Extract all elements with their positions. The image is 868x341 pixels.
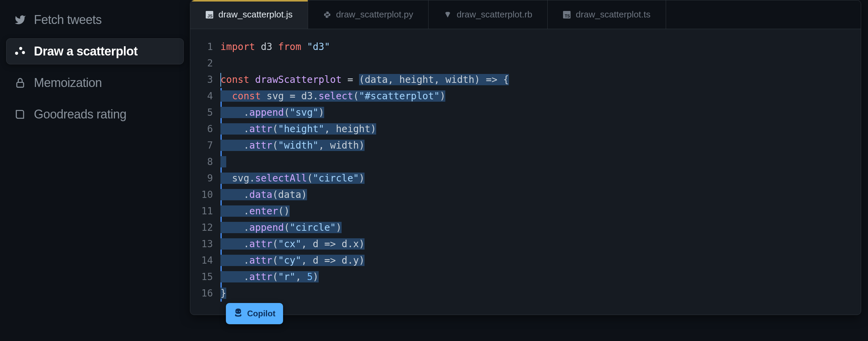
- sidebar-item-memoization[interactable]: Memoization: [6, 70, 184, 96]
- code-line: 12 .append("circle"): [196, 219, 861, 236]
- sidebar-item-label: Memoization: [34, 76, 102, 90]
- line-number: 6: [196, 121, 220, 137]
- copilot-label: Copilot: [247, 309, 276, 318]
- sidebar-item-fetch-tweets[interactable]: Fetch tweets: [6, 7, 184, 33]
- sidebar-item-label: Draw a scatterplot: [34, 44, 138, 59]
- code-line: 5 .append("svg"): [196, 104, 861, 121]
- line-number: 16: [196, 285, 220, 302]
- code-line: 14 .attr("cy", d => d.y): [196, 252, 861, 269]
- line-number: 7: [196, 137, 220, 154]
- line-number: 5: [196, 104, 220, 121]
- code-line: 2: [196, 55, 861, 72]
- code-editor[interactable]: 1 import d3 from "d3" 2 3 const drawScat…: [190, 29, 861, 315]
- tab-draw-scatterplot-ts[interactable]: TS draw_scatterplot.ts: [548, 0, 666, 29]
- lock-icon: [14, 77, 26, 89]
- code-line: 10 .data(data): [196, 187, 861, 203]
- line-number: 2: [196, 55, 220, 72]
- code-line: 7 .attr("width", width): [196, 137, 861, 154]
- code-line: 15 .attr("r", 5): [196, 269, 861, 285]
- tab-draw-scatterplot-rb[interactable]: draw_scatterplot.rb: [429, 0, 548, 29]
- svg-rect-0: [17, 83, 24, 87]
- line-number: 4: [196, 88, 220, 104]
- python-icon: [323, 11, 331, 19]
- code-line: 16 }: [196, 285, 861, 302]
- editor-panel: JS draw_scatterplot.js draw_scatterplot.…: [190, 0, 861, 315]
- code-line: 6 .attr("height", height): [196, 121, 861, 137]
- code-line: 8: [196, 154, 861, 170]
- code-line: 13 .attr("cx", d => d.x): [196, 236, 861, 252]
- sidebar: Fetch tweets Draw a scatterplot Memoizat…: [0, 0, 190, 341]
- code-line: 11 .enter(): [196, 203, 861, 219]
- tab-label: draw_scatterplot.rb: [457, 9, 532, 20]
- line-number: 12: [196, 219, 220, 236]
- line-number: 9: [196, 170, 220, 187]
- code-line: 9 svg.selectAll("circle"): [196, 170, 861, 187]
- tab-draw-scatterplot-py[interactable]: draw_scatterplot.py: [308, 0, 429, 29]
- copilot-button[interactable]: Copilot: [226, 303, 283, 324]
- line-number: 15: [196, 269, 220, 285]
- tab-label: draw_scatterplot.py: [336, 9, 413, 20]
- sidebar-item-label: Goodreads rating: [34, 107, 126, 122]
- line-number: 10: [196, 187, 220, 203]
- sidebar-item-label: Fetch tweets: [34, 13, 102, 27]
- line-number: 11: [196, 203, 220, 219]
- editor-tabs: JS draw_scatterplot.js draw_scatterplot.…: [190, 0, 861, 29]
- line-number: 1: [196, 39, 220, 55]
- sidebar-item-draw-scatterplot[interactable]: Draw a scatterplot: [6, 38, 184, 64]
- copilot-icon: [233, 308, 243, 319]
- tab-label: draw_scatterplot.ts: [576, 9, 650, 20]
- ruby-icon: [444, 11, 452, 19]
- line-number: 8: [196, 154, 220, 170]
- ts-icon: TS: [563, 11, 571, 19]
- code-line: 3 const drawScatterplot = (data, height,…: [196, 72, 861, 88]
- tab-label: draw_scatterplot.js: [218, 9, 293, 20]
- line-number: 14: [196, 252, 220, 269]
- tab-draw-scatterplot-js[interactable]: JS draw_scatterplot.js: [190, 0, 308, 29]
- js-icon: JS: [205, 11, 214, 19]
- scatter-icon: [14, 45, 26, 58]
- code-line: 1 import d3 from "d3": [196, 39, 861, 55]
- line-number: 3: [196, 72, 220, 88]
- twitter-icon: [14, 14, 26, 26]
- sidebar-item-goodreads[interactable]: Goodreads rating: [6, 101, 184, 127]
- code-line: 4 const svg = d3.select("#scatterplot"): [196, 88, 861, 104]
- book-icon: [14, 108, 26, 121]
- line-number: 13: [196, 236, 220, 252]
